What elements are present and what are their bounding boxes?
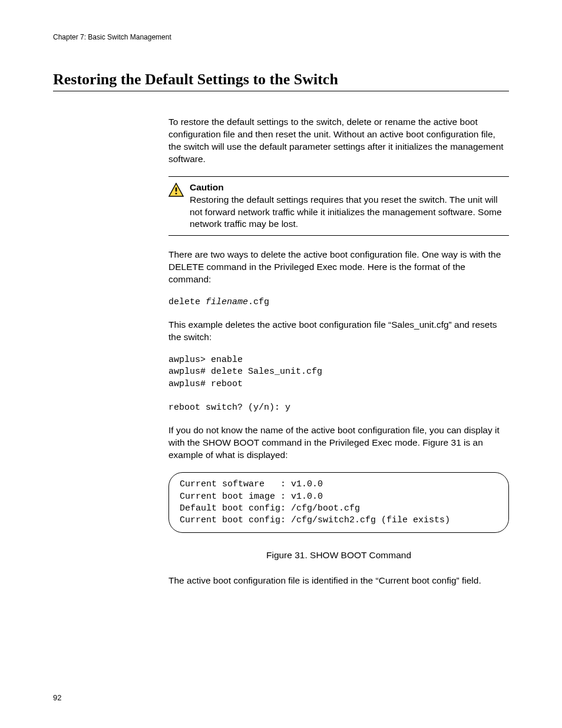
figure-caption: Figure 31. SHOW BOOT Command (168, 549, 509, 562)
caution-label: Caution (190, 182, 509, 194)
page-header: Chapter 7: Basic Switch Management (53, 33, 509, 41)
page: Chapter 7: Basic Switch Management Resto… (0, 0, 562, 728)
content-column: To restore the default settings to the s… (168, 116, 509, 587)
cmd-arg: filename (206, 297, 248, 307)
caution-block: Caution Restoring the default settings r… (168, 176, 509, 236)
caution-text: Caution Restoring the default settings r… (190, 182, 509, 231)
caution-body: Restoring the default settings requires … (190, 195, 502, 229)
caution-icon (168, 183, 184, 200)
section-title: Restoring the Default Settings to the Sw… (53, 71, 509, 91)
svg-rect-1 (176, 187, 177, 192)
cmd-suffix: .cfg (248, 297, 269, 307)
two-ways-paragraph: There are two ways to delete the active … (168, 249, 509, 286)
command-format: delete filename.cfg (168, 297, 509, 308)
showboot-output: Current software : v1.0.0 Current boot i… (168, 472, 509, 533)
cmd-prefix: delete (168, 297, 206, 307)
intro-paragraph: To restore the default settings to the s… (168, 116, 509, 166)
closing-paragraph: The active boot configuration file is id… (168, 575, 509, 587)
command-example: awplus> enable awplus# delete Sales_unit… (168, 354, 509, 414)
showboot-intro-paragraph: If you do not know the name of the activ… (168, 424, 509, 462)
page-number: 92 (53, 693, 61, 702)
example-intro-paragraph: This example deletes the active boot con… (168, 319, 509, 344)
svg-rect-2 (176, 193, 177, 195)
